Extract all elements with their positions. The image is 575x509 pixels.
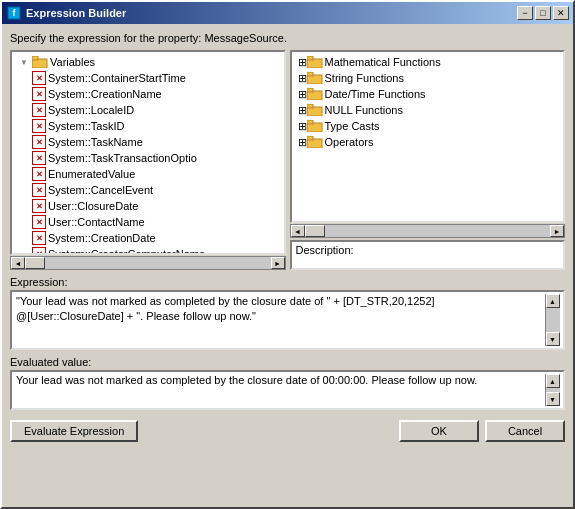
scroll-left-btn[interactable]: ◄ (291, 225, 305, 237)
window-controls: − □ ✕ (517, 6, 569, 20)
expression-box[interactable]: "Your lead was not marked as completed b… (10, 290, 565, 350)
scroll-track[interactable] (305, 225, 551, 237)
cancel-button[interactable]: Cancel (485, 420, 565, 442)
list-item[interactable]: ⊞ NULL Functions (294, 102, 562, 118)
svg-rect-9 (307, 88, 313, 92)
expand-icon: ⊞ (298, 72, 307, 85)
string-functions-label: String Functions (325, 72, 404, 84)
var-icon: ✕ (32, 151, 46, 165)
math-functions-label: Mathematical Functions (325, 56, 441, 68)
scroll-thumb[interactable] (305, 225, 325, 237)
right-scrollbar-h[interactable]: ◄ ► (290, 224, 566, 238)
expression-builder-window: f Expression Builder − □ ✕ Specify the e… (0, 0, 575, 509)
list-item[interactable]: ⊞ String Functions (294, 70, 562, 86)
scroll-track-v[interactable] (546, 308, 560, 332)
operators-label: Operators (325, 136, 374, 148)
list-item[interactable]: ✕ System::CreationDate (14, 230, 282, 246)
null-functions-label: NULL Functions (325, 104, 403, 116)
list-item[interactable]: ✕ System::TaskName (14, 134, 282, 150)
description-label: Description: (296, 244, 354, 256)
expression-label: Expression: (10, 276, 565, 288)
datetime-functions-label: Date/Time Functions (325, 88, 426, 100)
evaluated-scrollbar-v[interactable]: ▲ ▼ (545, 374, 559, 406)
scroll-down-btn[interactable]: ▼ (546, 392, 560, 406)
var-icon: ✕ (32, 167, 46, 181)
var-icon: ✕ (32, 183, 46, 197)
window-icon: f (6, 5, 22, 21)
list-item[interactable]: ✕ User::ContactName (14, 214, 282, 230)
ok-button[interactable]: OK (399, 420, 479, 442)
list-item[interactable]: ⊞ Date/Time Functions (294, 86, 562, 102)
expand-icon: ⊞ (298, 56, 307, 69)
list-item[interactable]: ✕ System::CancelEvent (14, 182, 282, 198)
buttons-row: Evaluate Expression OK Cancel (10, 420, 565, 442)
list-item[interactable]: ⊞ Type Casts (294, 118, 562, 134)
title-bar: f Expression Builder − □ ✕ (2, 2, 573, 24)
variables-tree[interactable]: ▼ Variables ✕ System::ContainerStartTime (10, 50, 286, 255)
list-item[interactable]: ✕ System::ContainerStartTime (14, 70, 282, 86)
window-content: Specify the expression for the property:… (2, 24, 573, 507)
window-title: Expression Builder (26, 7, 517, 19)
scroll-left-btn[interactable]: ◄ (11, 257, 25, 269)
list-item[interactable]: ✕ System::CreatorComputerName (14, 246, 282, 255)
scroll-up-btn[interactable]: ▲ (546, 374, 560, 388)
var-icon: ✕ (32, 247, 46, 255)
expression-text: "Your lead was not marked as completed b… (16, 294, 545, 346)
list-item[interactable]: ✕ System::TaskID (14, 118, 282, 134)
tree-root-variables[interactable]: ▼ Variables (14, 54, 282, 70)
svg-rect-11 (307, 104, 313, 108)
evaluate-expression-button[interactable]: Evaluate Expression (10, 420, 138, 442)
right-panel: ⊞ Mathematical Functions ⊞ (290, 50, 566, 270)
var-icon: ✕ (32, 231, 46, 245)
maximize-button[interactable]: □ (535, 6, 551, 20)
close-button[interactable]: ✕ (553, 6, 569, 20)
var-icon: ✕ (32, 87, 46, 101)
tree-panels: ▼ Variables ✕ System::ContainerStartTime (10, 50, 565, 270)
scroll-up-btn[interactable]: ▲ (546, 294, 560, 308)
description-panel: Description: (290, 240, 566, 270)
expand-icon: ⊞ (298, 136, 307, 149)
list-item[interactable]: ✕ User::ClosureDate (14, 198, 282, 214)
expand-icon: ⊞ (298, 104, 307, 117)
scroll-track[interactable] (25, 257, 271, 269)
scroll-thumb[interactable] (25, 257, 45, 269)
list-item[interactable]: ⊞ Operators (294, 134, 562, 150)
list-item[interactable]: ⊞ Mathematical Functions (294, 54, 562, 70)
evaluated-section: Evaluated value: Your lead was not marke… (10, 356, 565, 410)
instruction-text: Specify the expression for the property:… (10, 32, 565, 44)
var-icon: ✕ (32, 199, 46, 213)
var-icon: ✕ (32, 215, 46, 229)
list-item[interactable]: ✕ EnumeratedValue (14, 166, 282, 182)
left-scrollbar-h[interactable]: ◄ ► (10, 256, 286, 270)
evaluated-text: Your lead was not marked as completed by… (16, 374, 545, 406)
var-icon: ✕ (32, 71, 46, 85)
minimize-button[interactable]: − (517, 6, 533, 20)
scroll-right-btn[interactable]: ► (271, 257, 285, 269)
scroll-down-btn[interactable]: ▼ (546, 332, 560, 346)
var-icon: ✕ (32, 103, 46, 117)
list-item[interactable]: ✕ System::LocaleID (14, 102, 282, 118)
right-buttons: OK Cancel (399, 420, 565, 442)
evaluated-box: Your lead was not marked as completed by… (10, 370, 565, 410)
functions-tree[interactable]: ⊞ Mathematical Functions ⊞ (290, 50, 566, 223)
list-item[interactable]: ✕ System::CreationName (14, 86, 282, 102)
svg-rect-15 (307, 136, 313, 140)
expand-icon: ⊞ (298, 88, 307, 101)
expression-section: Expression: "Your lead was not marked as… (10, 276, 565, 350)
svg-rect-7 (307, 72, 313, 76)
type-casts-label: Type Casts (325, 120, 380, 132)
expand-icon: ▼ (16, 54, 32, 70)
svg-rect-13 (307, 120, 313, 124)
evaluated-label: Evaluated value: (10, 356, 565, 368)
list-item[interactable]: ✕ System::TaskTransactionOptio (14, 150, 282, 166)
expand-icon: ⊞ (298, 120, 307, 133)
expression-scrollbar-v[interactable]: ▲ ▼ (545, 294, 559, 346)
scroll-right-btn[interactable]: ► (550, 225, 564, 237)
svg-rect-3 (32, 56, 38, 60)
var-icon: ✕ (32, 119, 46, 133)
var-icon: ✕ (32, 135, 46, 149)
svg-rect-5 (307, 56, 313, 60)
left-panel: ▼ Variables ✕ System::ContainerStartTime (10, 50, 286, 270)
variables-label: Variables (50, 56, 95, 68)
